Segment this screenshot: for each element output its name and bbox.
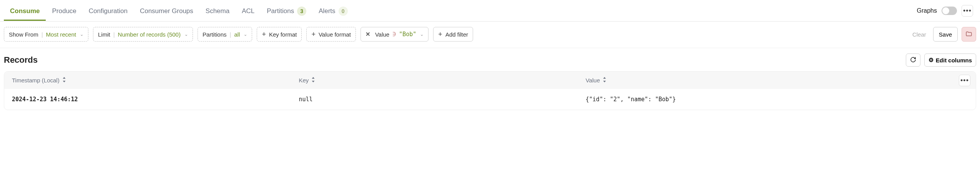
row-actions: •••	[959, 75, 970, 86]
sort-icon	[311, 77, 316, 84]
tab-label: ACL	[242, 7, 254, 15]
add-filter-chip[interactable]: + Add filter	[433, 27, 473, 42]
tab-produce[interactable]: Produce	[46, 1, 82, 20]
tab-label: Partitions	[267, 7, 294, 15]
chip-value: Most recent	[46, 31, 76, 38]
chip-value: Number of records (500)	[118, 31, 181, 38]
tab-schema[interactable]: Schema	[199, 1, 236, 20]
plus-icon: +	[262, 30, 266, 38]
button-label: Clear	[912, 31, 926, 38]
chip-label: Value format	[319, 31, 351, 38]
toggle-knob	[942, 7, 949, 14]
partitions-badge: 3	[297, 7, 306, 16]
tab-label: Consumer Groups	[140, 7, 193, 15]
filter-op: ∋	[392, 31, 396, 38]
table-row[interactable]: 2024-12-23 14:46:12 null {"id": "2", "na…	[4, 89, 976, 110]
column-label: Timestamp (Local)	[12, 77, 60, 84]
tab-acl[interactable]: ACL	[236, 1, 261, 20]
chevron-down-icon: ⌄	[244, 32, 247, 37]
chip-label: Limit	[98, 31, 110, 38]
svg-marker-2	[312, 77, 315, 79]
tab-label: Produce	[52, 7, 76, 15]
tab-label: Configuration	[89, 7, 128, 15]
folder-icon	[965, 30, 972, 38]
main-tabs: Consume Produce Configuration Consumer G…	[0, 0, 980, 22]
row-more-button[interactable]: •••	[959, 75, 970, 86]
tab-consumer-groups[interactable]: Consumer Groups	[134, 1, 199, 20]
partitions-chip[interactable]: Partitions | all ⌄	[198, 27, 252, 42]
button-label: Edit columns	[936, 57, 972, 64]
records-table: Timestamp (Local) Key Value ••• 2024-12-…	[4, 71, 976, 110]
more-menu-button[interactable]: •••	[962, 5, 973, 17]
graphs-label: Graphs	[917, 7, 937, 14]
value-format-chip[interactable]: + Value format	[306, 27, 355, 42]
plus-icon: +	[311, 30, 316, 38]
cell-key: null	[299, 96, 585, 103]
filter-field: Value	[375, 31, 389, 38]
filter-bar-right: Clear Save	[909, 27, 976, 42]
svg-marker-1	[63, 81, 65, 82]
show-from-chip[interactable]: Show From | Most recent ⌄	[4, 27, 88, 42]
chevron-down-icon: ⌄	[80, 32, 83, 37]
cell-timestamp: 2024-12-23 14:46:12	[12, 96, 299, 103]
tab-configuration[interactable]: Configuration	[83, 1, 134, 20]
records-title: Records	[4, 55, 38, 65]
filter-bar: Show From | Most recent ⌄ Limit | Number…	[0, 22, 980, 48]
button-label: Save	[939, 31, 952, 38]
chip-sep: |	[42, 31, 43, 38]
graphs-toggle[interactable]	[942, 7, 957, 15]
svg-marker-4	[603, 77, 606, 79]
table-header: Timestamp (Local) Key Value •••	[4, 72, 976, 89]
records-header: Records ⚙ Edit columns	[0, 48, 980, 70]
refresh-button[interactable]	[906, 54, 920, 67]
more-horizontal-icon: •••	[963, 7, 972, 14]
sort-icon	[62, 77, 66, 84]
chip-label: Key format	[269, 31, 297, 38]
column-timestamp[interactable]: Timestamp (Local)	[12, 77, 299, 84]
tab-label: Alerts	[319, 7, 335, 15]
chip-sep: |	[113, 31, 115, 38]
edit-columns-button[interactable]: ⚙ Edit columns	[924, 54, 976, 67]
column-label: Value	[586, 77, 600, 84]
sort-icon	[602, 77, 607, 84]
key-format-chip[interactable]: + Key format	[257, 27, 302, 42]
svg-marker-5	[603, 81, 606, 82]
records-header-right: ⚙ Edit columns	[906, 54, 976, 67]
chip-label: Add filter	[445, 31, 468, 38]
column-key[interactable]: Key	[299, 77, 585, 84]
clear-button[interactable]: Clear	[909, 29, 929, 40]
chevron-down-icon: ⌄	[420, 32, 424, 37]
chip-label: Partitions	[203, 31, 227, 38]
tab-consume[interactable]: Consume	[4, 1, 46, 20]
chip-sep: |	[229, 31, 231, 38]
chip-value: all	[234, 31, 240, 38]
tabs-right: Graphs •••	[917, 5, 976, 17]
column-value[interactable]: Value	[586, 77, 968, 84]
close-icon[interactable]: ✕	[365, 31, 370, 38]
tab-label: Schema	[206, 7, 229, 15]
value-filter-chip[interactable]: ✕ Value ∋ "Bob" ⌄	[360, 27, 429, 42]
svg-marker-0	[63, 77, 65, 79]
tab-partitions[interactable]: Partitions 3	[261, 0, 312, 21]
save-button[interactable]: Save	[933, 27, 958, 42]
filter-value: "Bob"	[399, 31, 416, 38]
saved-filters-button[interactable]	[962, 27, 976, 42]
limit-chip[interactable]: Limit | Number of records (500) ⌄	[93, 27, 193, 42]
column-label: Key	[299, 77, 309, 84]
plus-icon: +	[438, 30, 442, 38]
alerts-badge: 0	[339, 7, 348, 16]
gear-icon: ⚙	[929, 57, 933, 64]
chevron-down-icon: ⌄	[184, 32, 188, 37]
chip-label: Show From	[9, 31, 38, 38]
svg-marker-3	[312, 81, 315, 82]
cell-value: {"id": "2", "name": "Bob"}	[586, 96, 968, 103]
tab-alerts[interactable]: Alerts 0	[312, 0, 354, 21]
tab-label: Consume	[10, 7, 40, 15]
more-horizontal-icon: •••	[960, 77, 969, 84]
refresh-icon	[910, 57, 916, 64]
